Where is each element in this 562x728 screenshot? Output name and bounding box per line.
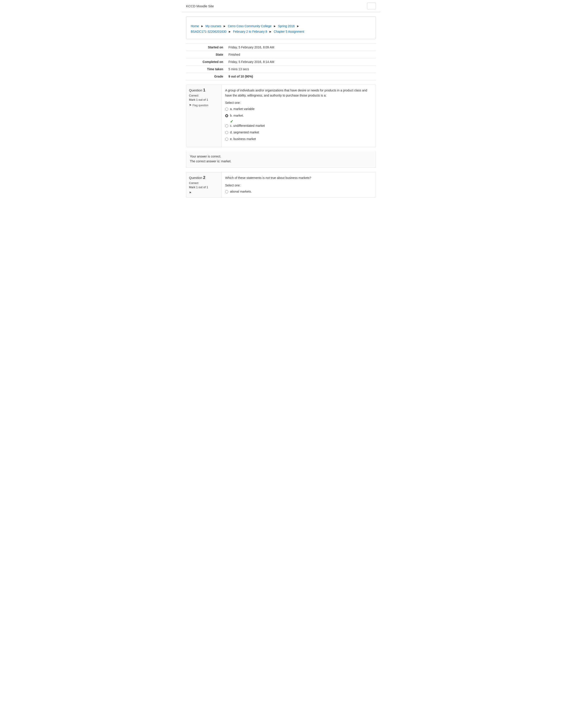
answer-option-c[interactable]: c. undifferentiated market xyxy=(225,124,372,127)
radio-b[interactable] xyxy=(225,114,228,117)
question-2-number: Question 2 xyxy=(189,175,219,180)
radio-e[interactable] xyxy=(225,138,228,141)
flag-icon: ⚑ xyxy=(189,104,192,107)
completed-on-value: Friday, 5 February 2016, 8:14 AM xyxy=(226,58,376,66)
answer-c-label: c. undifferentiated market xyxy=(230,124,265,127)
arrow-icon: ► xyxy=(269,30,272,33)
state-row: State Finished xyxy=(186,51,376,58)
question-1-text: A group of individuals and/or organizati… xyxy=(225,88,372,98)
flag-question-1[interactable]: ⚑ Flag question xyxy=(189,104,219,107)
question-1-sidebar: Question 1 Correct Mark 1 out of 1 ⚑ Fla… xyxy=(186,85,222,147)
answer-b-label: b. market. xyxy=(230,114,244,117)
completed-on-label: Completed on xyxy=(186,58,226,66)
partial-answer[interactable]: ational markets. xyxy=(225,190,372,193)
site-header: KCCD Moodle Site xyxy=(182,0,380,12)
answer-option-d[interactable]: d. segmented market xyxy=(225,131,372,134)
partial-answer-text: ational markets. xyxy=(230,190,252,193)
radio-d[interactable] xyxy=(225,131,228,134)
breadcrumb-assignment[interactable]: Chapter 5 Assignment xyxy=(274,30,304,33)
question-1-block: Question 1 Correct Mark 1 out of 1 ⚑ Fla… xyxy=(186,85,376,147)
question-1-number: Question 1 xyxy=(189,88,219,93)
site-title: KCCD Moodle Site xyxy=(186,4,214,8)
radio-a[interactable] xyxy=(225,108,228,111)
arrow-icon: ► xyxy=(223,24,226,28)
select-one-label: Select one: xyxy=(225,101,372,104)
question-2-content: Which of these statements is not true ab… xyxy=(222,172,376,197)
answer-e-label: e. business market xyxy=(230,137,256,141)
answer-d-label: d. segmented market xyxy=(230,131,259,134)
started-on-value: Friday, 5 February 2016, 8:09 AM xyxy=(226,44,376,51)
question-label-2: Question xyxy=(189,176,203,180)
breadcrumb-week[interactable]: February 2 to February 8 xyxy=(233,30,267,33)
time-taken-row: Time taken 5 mins 13 secs xyxy=(186,66,376,73)
select-one-label-2: Select one: xyxy=(225,184,372,187)
header-box xyxy=(367,3,376,9)
question-1-content: A group of individuals and/or organizati… xyxy=(222,85,376,147)
answer-option-a[interactable]: a. market variable xyxy=(225,107,372,111)
flag-icon-2: ⚑ xyxy=(189,191,192,194)
quiz-info-table: Started on Friday, 5 February 2016, 8:09… xyxy=(186,44,376,80)
radio-q2-a[interactable] xyxy=(225,190,228,193)
feedback-correct-text: Your answer is correct. xyxy=(190,155,372,158)
started-on-label: Started on xyxy=(186,44,226,51)
answer-a-label: a. market variable xyxy=(230,107,255,111)
grade-row: Grade 9 out of 10 (90%) xyxy=(186,73,376,80)
feedback-1: Your answer is correct. The correct answ… xyxy=(186,152,376,168)
breadcrumb-home[interactable]: Home xyxy=(191,24,199,28)
answer-option-b[interactable]: b. market. xyxy=(225,114,372,117)
question-num-2: 2 xyxy=(203,175,205,180)
started-on-row: Started on Friday, 5 February 2016, 8:09… xyxy=(186,44,376,51)
question-1-mark: Mark 1 out of 1 xyxy=(189,98,219,101)
arrow-icon: ► xyxy=(201,24,204,28)
radio-c[interactable] xyxy=(225,124,228,127)
question-label: Question xyxy=(189,88,203,92)
question-2-mark: Mark 1 out of 1 xyxy=(189,186,219,189)
arrow-icon: ► xyxy=(296,24,299,28)
flag-question-2[interactable]: ⚑ xyxy=(189,191,219,194)
breadcrumb-college[interactable]: Cerro Coso Community College xyxy=(228,24,272,28)
question-2-sidebar: Question 2 Correct Mark 1 out of 1 ⚑ xyxy=(186,172,222,197)
flag-label: Flag question xyxy=(193,104,209,107)
question-num: 1 xyxy=(203,88,205,92)
question-1-status: Correct xyxy=(189,94,219,97)
feedback-answer-text: The correct answer is: market. xyxy=(190,159,372,163)
question-2-status: Correct xyxy=(189,181,219,185)
correct-checkmark: ✓ xyxy=(230,119,372,124)
grade-value: 9 out of 10 (90%) xyxy=(226,73,376,80)
question-2-text: Which of these statements is not true ab… xyxy=(225,175,372,180)
arrow-icon: ► xyxy=(273,24,277,28)
breadcrumb: Home ► My courses ► Cerro Coso Community… xyxy=(191,23,371,34)
state-value: Finished xyxy=(226,51,376,58)
breadcrumb-container: Home ► My courses ► Cerro Coso Community… xyxy=(186,17,376,39)
breadcrumb-semester[interactable]: Spring 2016 xyxy=(278,24,295,28)
completed-on-row: Completed on Friday, 5 February 2016, 8:… xyxy=(186,58,376,66)
time-taken-value: 5 mins 13 secs xyxy=(226,66,376,73)
time-taken-label: Time taken xyxy=(186,66,226,73)
grade-label: Grade xyxy=(186,73,226,80)
breadcrumb-mycourses[interactable]: My courses xyxy=(206,24,222,28)
answer-option-e[interactable]: e. business market xyxy=(225,137,372,141)
state-label: State xyxy=(186,51,226,58)
breadcrumb-course[interactable]: BSADC171-32206201630 xyxy=(191,30,227,33)
question-2-block: Question 2 Correct Mark 1 out of 1 ⚑ Whi… xyxy=(186,172,376,198)
arrow-icon: ► xyxy=(228,30,231,33)
